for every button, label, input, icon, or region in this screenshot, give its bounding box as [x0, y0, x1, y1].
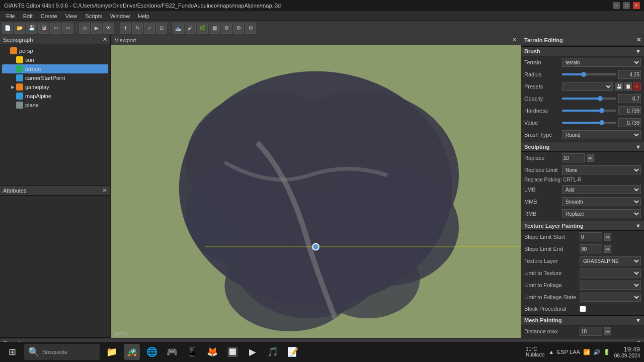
- toolbar-btn8[interactable]: ⚙: [245, 23, 256, 34]
- preset-delete-icon[interactable]: ✕: [633, 82, 641, 90]
- preset-load-icon[interactable]: 📋: [624, 82, 632, 90]
- taskbar-explorer[interactable]: 📁: [104, 344, 120, 360]
- menu-view[interactable]: View: [61, 12, 82, 20]
- slope-start-arrows[interactable]: ◂▸: [604, 233, 611, 241]
- close-button[interactable]: ✕: [633, 2, 640, 9]
- toolbar-terrain[interactable]: 🗻: [173, 23, 184, 34]
- toolbar-select[interactable]: ▦: [209, 23, 220, 34]
- menu-edit[interactable]: Edit: [19, 12, 37, 20]
- block-procedural-checkbox[interactable]: [580, 306, 586, 312]
- replace-up-btn[interactable]: ◂▸: [587, 154, 594, 162]
- viewport-canvas[interactable]: persp: [111, 45, 521, 338]
- opacity-slider[interactable]: [562, 95, 616, 103]
- radius-thumb[interactable]: [581, 72, 586, 77]
- distance-max-arrows[interactable]: ◂▸: [604, 327, 611, 335]
- terrain-select[interactable]: terrain: [562, 58, 641, 67]
- menu-window[interactable]: Window: [106, 12, 134, 20]
- taskbar-browser[interactable]: 🌐: [144, 344, 160, 360]
- toolbar-rotate[interactable]: ↻: [132, 23, 143, 34]
- brush-type-select[interactable]: Round Square Custom: [562, 130, 641, 139]
- sys-tray-up[interactable]: ▲: [548, 349, 554, 355]
- slope-end-input[interactable]: [580, 244, 602, 253]
- terrain-editing-close[interactable]: ✕: [636, 37, 641, 43]
- mmb-select[interactable]: Smooth Add Subtract Level: [562, 197, 641, 206]
- toolbar-redo[interactable]: ↪: [62, 23, 73, 34]
- texture-section-header[interactable]: Texture Layer Painting ▼: [521, 221, 644, 231]
- lmb-select[interactable]: Add Subtract Smooth Level Replace: [562, 185, 641, 194]
- limit-texture-select[interactable]: [580, 268, 641, 278]
- value-thumb[interactable]: [599, 120, 604, 125]
- toolbar-save[interactable]: 💾: [26, 23, 37, 34]
- value-slider[interactable]: [562, 119, 616, 127]
- tree-item-plane[interactable]: plane: [2, 101, 108, 110]
- tree-item-career[interactable]: careerStartPoint: [2, 73, 108, 82]
- replace-input[interactable]: [562, 153, 585, 162]
- hardness-thumb[interactable]: [599, 108, 604, 113]
- taskbar-firefox[interactable]: 🦊: [204, 344, 220, 360]
- menu-create[interactable]: Create: [37, 12, 61, 20]
- tree-expand-gameplay: ▶: [10, 84, 15, 89]
- toolbar-open[interactable]: 📂: [14, 23, 25, 34]
- scenograph-close[interactable]: ✕: [103, 36, 107, 43]
- taskbar-app1[interactable]: 🎮: [164, 344, 180, 360]
- hardness-input[interactable]: [618, 106, 641, 115]
- attributes-close[interactable]: ✕: [102, 187, 107, 194]
- terrain-editing-title: Terrain Editing: [524, 37, 563, 43]
- hardness-slider[interactable]: [562, 107, 616, 115]
- toolbar-save2[interactable]: 🖫: [38, 23, 49, 34]
- toolbar-btn4[interactable]: ▶: [91, 23, 102, 34]
- toolbar-new[interactable]: 📄: [2, 23, 13, 34]
- taskbar-youtube[interactable]: ▶: [245, 344, 261, 360]
- tree-item-terrain[interactable]: terrain: [2, 64, 108, 73]
- tree-item-gameplay[interactable]: ▶ gameplay: [2, 82, 108, 92]
- menu-scripts[interactable]: Scripts: [81, 12, 106, 20]
- toolbar-paint[interactable]: 🖌: [185, 23, 196, 34]
- distance-max-input[interactable]: [580, 327, 602, 336]
- taskbar-notes[interactable]: 📝: [285, 344, 301, 360]
- attributes-panel: Attributes ✕: [0, 186, 110, 338]
- toolbar-foliage[interactable]: 🌿: [197, 23, 208, 34]
- toolbar-scale[interactable]: ⤢: [144, 23, 155, 34]
- toolbar-btn7[interactable]: ⚙: [233, 23, 244, 34]
- tree-item-mapalpine[interactable]: mapAlpine: [2, 92, 108, 101]
- toolbar-undo[interactable]: ↩: [50, 23, 61, 34]
- taskbar-nvidia[interactable]: 🔲: [224, 344, 240, 360]
- toolbar-btn3[interactable]: ◎: [79, 23, 90, 34]
- tree-item-sun[interactable]: sun: [2, 55, 108, 64]
- taskbar-app3[interactable]: 🎵: [265, 344, 281, 360]
- slope-end-arrows[interactable]: ◂▸: [604, 245, 611, 253]
- taskbar-giants[interactable]: 🚜: [124, 344, 140, 360]
- rmb-select[interactable]: Replace Add Subtract: [562, 209, 641, 218]
- toolbar-eye[interactable]: 👁: [103, 23, 114, 34]
- radius-input[interactable]: [618, 70, 641, 79]
- opacity-input[interactable]: [618, 94, 641, 103]
- toolbar-move[interactable]: ✛: [120, 23, 131, 34]
- taskbar-app2[interactable]: 📱: [184, 344, 200, 360]
- tree-item-persp[interactable]: persp: [2, 46, 108, 55]
- viewport-close[interactable]: ✕: [512, 37, 517, 43]
- toolbar-btn6[interactable]: ⚙: [221, 23, 232, 34]
- menu-help[interactable]: Help: [134, 12, 153, 20]
- mesh-section-header[interactable]: Mesh Painting ▼: [521, 315, 644, 325]
- value-input[interactable]: [618, 118, 641, 127]
- opacity-thumb[interactable]: [598, 96, 603, 101]
- sculpting-section-header[interactable]: Sculpting ▼: [521, 142, 644, 152]
- presets-select[interactable]: [562, 82, 613, 91]
- limit-foliage-state-select[interactable]: [580, 293, 641, 302]
- volume-icon[interactable]: 🔊: [593, 349, 600, 355]
- minimize-button[interactable]: ─: [613, 2, 620, 9]
- preset-save-icon[interactable]: 💾: [615, 82, 623, 90]
- texture-layer-select[interactable]: GRASSALPINE: [580, 256, 641, 265]
- brush-section-label: Brush: [524, 48, 540, 54]
- brush-section-header[interactable]: Brush ▼: [521, 46, 644, 56]
- replace-limit-select[interactable]: None: [562, 165, 641, 174]
- search-button[interactable]: 🔍 Búsqueda: [24, 344, 100, 360]
- limit-foliage-select[interactable]: [580, 281, 641, 290]
- menu-file[interactable]: File: [2, 12, 19, 20]
- slope-start-input[interactable]: [580, 232, 602, 241]
- start-button[interactable]: ⊞: [4, 344, 20, 360]
- time-display[interactable]: 19:49 06-09-2024: [614, 345, 640, 358]
- toolbar-btn5[interactable]: ⊡: [156, 23, 167, 34]
- maximize-button[interactable]: □: [623, 2, 630, 9]
- radius-slider[interactable]: [562, 70, 616, 78]
